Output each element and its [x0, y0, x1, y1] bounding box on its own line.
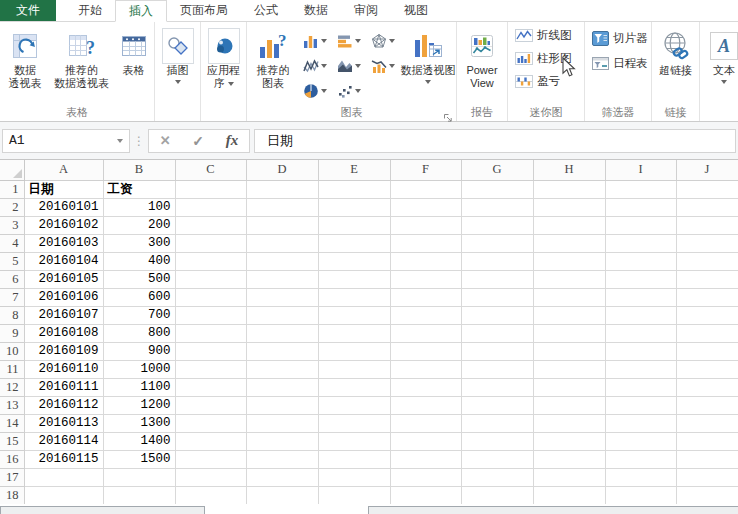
cell-E6[interactable] — [318, 270, 390, 288]
cell-H8[interactable] — [533, 306, 605, 324]
power-view-button[interactable]: Power View — [458, 25, 506, 90]
cell-F5[interactable] — [390, 252, 461, 270]
cell-I12[interactable] — [605, 378, 676, 396]
horizontal-scrollbar[interactable] — [368, 506, 738, 514]
cell-D6[interactable] — [246, 270, 318, 288]
tab-home[interactable]: 开始 — [65, 0, 115, 21]
cell-B16[interactable]: 1500 — [103, 450, 175, 468]
cell-J17[interactable] — [676, 468, 738, 486]
cell-G6[interactable] — [461, 270, 533, 288]
formula-input[interactable]: 日期 — [254, 129, 736, 153]
cell-H1[interactable] — [533, 180, 605, 198]
row-header-6[interactable]: 6 — [0, 270, 24, 288]
cell-A1[interactable]: 日期 — [24, 180, 103, 198]
row-header-4[interactable]: 4 — [0, 234, 24, 252]
slicer-button[interactable]: 切片器 — [586, 29, 650, 47]
cell-E16[interactable] — [318, 450, 390, 468]
cell-B11[interactable]: 1000 — [103, 360, 175, 378]
cell-B18[interactable] — [103, 486, 175, 504]
row-header-8[interactable]: 8 — [0, 306, 24, 324]
cell-B2[interactable]: 100 — [103, 198, 175, 216]
cell-A6[interactable]: 20160105 — [24, 270, 103, 288]
cell-G17[interactable] — [461, 468, 533, 486]
cell-F18[interactable] — [390, 486, 461, 504]
cell-J13[interactable] — [676, 396, 738, 414]
cell-C4[interactable] — [175, 234, 246, 252]
cell-H7[interactable] — [533, 288, 605, 306]
cell-C6[interactable] — [175, 270, 246, 288]
cell-H13[interactable] — [533, 396, 605, 414]
cell-F13[interactable] — [390, 396, 461, 414]
cell-G1[interactable] — [461, 180, 533, 198]
cell-F7[interactable] — [390, 288, 461, 306]
cell-I5[interactable] — [605, 252, 676, 270]
cell-F10[interactable] — [390, 342, 461, 360]
cell-H17[interactable] — [533, 468, 605, 486]
cell-I8[interactable] — [605, 306, 676, 324]
cell-A14[interactable]: 20160113 — [24, 414, 103, 432]
cell-J2[interactable] — [676, 198, 738, 216]
name-box-dropdown-icon[interactable] — [117, 139, 123, 143]
cell-D1[interactable] — [246, 180, 318, 198]
column-header-H[interactable]: H — [533, 160, 605, 180]
cell-E10[interactable] — [318, 342, 390, 360]
cell-F16[interactable] — [390, 450, 461, 468]
cell-A5[interactable]: 20160104 — [24, 252, 103, 270]
cell-B12[interactable]: 1100 — [103, 378, 175, 396]
tab-file[interactable]: 文件 — [0, 0, 56, 21]
cell-H16[interactable] — [533, 450, 605, 468]
enter-icon[interactable]: ✓ — [192, 133, 204, 149]
cell-D7[interactable] — [246, 288, 318, 306]
cell-B15[interactable]: 1400 — [103, 432, 175, 450]
cell-G11[interactable] — [461, 360, 533, 378]
cell-I1[interactable] — [605, 180, 676, 198]
cell-B14[interactable]: 1300 — [103, 414, 175, 432]
cell-H18[interactable] — [533, 486, 605, 504]
cell-F4[interactable] — [390, 234, 461, 252]
cell-H11[interactable] — [533, 360, 605, 378]
cell-I7[interactable] — [605, 288, 676, 306]
cell-G13[interactable] — [461, 396, 533, 414]
row-header-7[interactable]: 7 — [0, 288, 24, 306]
cell-E13[interactable] — [318, 396, 390, 414]
cell-F12[interactable] — [390, 378, 461, 396]
insert-bar-chart-button[interactable] — [332, 28, 366, 53]
row-header-9[interactable]: 9 — [0, 324, 24, 342]
cell-F3[interactable] — [390, 216, 461, 234]
cell-F1[interactable] — [390, 180, 461, 198]
insert-combo-chart-button[interactable] — [366, 53, 400, 78]
cell-G7[interactable] — [461, 288, 533, 306]
insert-radar-chart-button[interactable] — [366, 28, 400, 53]
cell-F11[interactable] — [390, 360, 461, 378]
insert-pie-chart-button[interactable] — [298, 78, 332, 103]
cell-C8[interactable] — [175, 306, 246, 324]
cell-A18[interactable] — [24, 486, 103, 504]
cell-I9[interactable] — [605, 324, 676, 342]
cell-E9[interactable] — [318, 324, 390, 342]
cell-A10[interactable]: 20160109 — [24, 342, 103, 360]
column-header-B[interactable]: B — [103, 160, 175, 180]
cell-C11[interactable] — [175, 360, 246, 378]
cell-A12[interactable]: 20160111 — [24, 378, 103, 396]
cell-A8[interactable]: 20160107 — [24, 306, 103, 324]
cell-D16[interactable] — [246, 450, 318, 468]
charts-dialog-launcher-icon[interactable] — [443, 109, 453, 119]
cell-D14[interactable] — [246, 414, 318, 432]
cell-J16[interactable] — [676, 450, 738, 468]
cell-D15[interactable] — [246, 432, 318, 450]
cell-B6[interactable]: 500 — [103, 270, 175, 288]
sparkline-line-button[interactable]: 折线图 — [509, 24, 583, 47]
cell-B4[interactable]: 300 — [103, 234, 175, 252]
cell-H3[interactable] — [533, 216, 605, 234]
cell-D12[interactable] — [246, 378, 318, 396]
recommended-pivottables-button[interactable]: ? 推荐的 数据透视表 — [49, 25, 115, 90]
cell-J12[interactable] — [676, 378, 738, 396]
cell-J18[interactable] — [676, 486, 738, 504]
cell-A9[interactable]: 20160108 — [24, 324, 103, 342]
cell-D11[interactable] — [246, 360, 318, 378]
tab-view[interactable]: 视图 — [391, 0, 441, 21]
cell-E1[interactable] — [318, 180, 390, 198]
tab-insert[interactable]: 插入 — [115, 0, 167, 22]
cell-E18[interactable] — [318, 486, 390, 504]
cell-E14[interactable] — [318, 414, 390, 432]
